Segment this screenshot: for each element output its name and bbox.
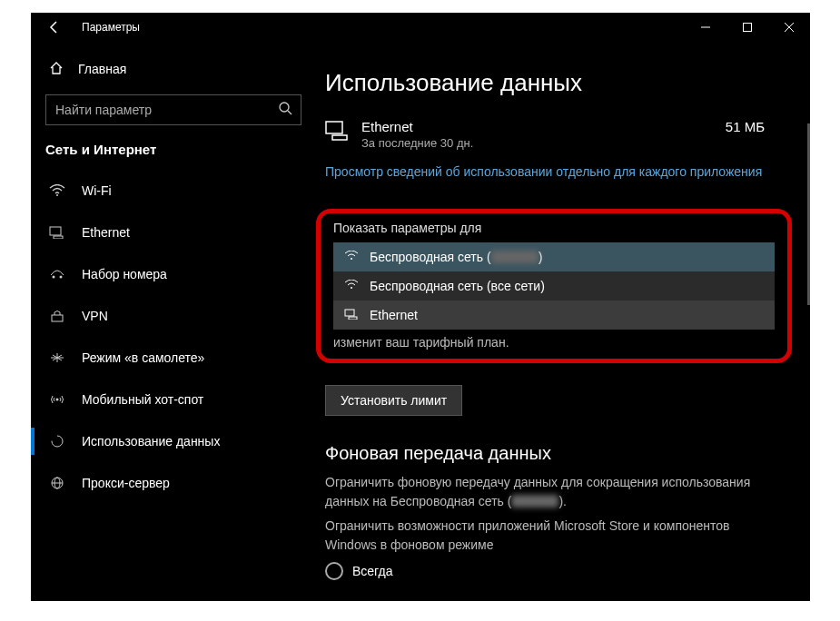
svg-point-20: [351, 287, 352, 289]
dropdown-option-ethernet[interactable]: Ethernet: [333, 301, 775, 330]
scrollbar[interactable]: [807, 123, 810, 305]
dropdown-option-wireless-named[interactable]: Беспроводная сеть (xxxx): [333, 242, 775, 271]
minimize-button[interactable]: [685, 13, 726, 42]
sidebar-item-data-usage[interactable]: Использование данных: [31, 420, 316, 462]
maximize-button[interactable]: [726, 13, 768, 42]
sidebar-item-dialup[interactable]: Набор номера: [31, 253, 316, 295]
network-dropdown[interactable]: Беспроводная сеть (xxxx) Беспроводная се…: [333, 242, 775, 330]
svg-point-19: [351, 258, 352, 260]
usage-summary: Ethernet За последние 30 дн. 51 МБ: [325, 119, 783, 150]
settings-window: Параметры Главная: [31, 13, 810, 601]
dropdown-option-label: Беспроводная сеть (xxxx): [370, 250, 542, 264]
usage-name: Ethernet: [361, 119, 473, 134]
home-icon: [49, 61, 64, 78]
ethernet-icon: [325, 121, 349, 144]
background-desc-1: Ограничить фоновую передачу данных для с…: [325, 473, 783, 511]
svg-point-10: [60, 276, 63, 279]
svg-point-12: [56, 399, 59, 401]
search-icon: [278, 101, 292, 119]
radio-always[interactable]: Всегда: [325, 562, 783, 580]
globe-icon: [49, 477, 65, 489]
search-wrap: [45, 94, 301, 125]
dropdown-under-text: изменит ваш тарифный план.: [333, 335, 775, 350]
svg-rect-1: [744, 24, 752, 32]
sidebar-item-label: Прокси-сервер: [82, 476, 170, 490]
titlebar: Параметры: [31, 13, 810, 42]
airplane-icon: [49, 351, 65, 364]
svg-line-5: [288, 111, 292, 114]
usage-text: Ethernet За последние 30 дн.: [361, 119, 473, 150]
wifi-icon: [344, 250, 359, 264]
sidebar: Главная Сеть и Интернет Wi-Fi Ethernet Н…: [31, 42, 316, 601]
svg-rect-17: [326, 122, 342, 133]
sidebar-item-proxy[interactable]: Прокси-сервер: [31, 462, 316, 504]
arrow-left-icon: [47, 20, 62, 34]
set-limit-button[interactable]: Установить лимит: [325, 385, 462, 416]
window-controls: [685, 13, 810, 42]
radio-label: Всегда: [352, 564, 393, 578]
dropdown-option-label: Беспроводная сеть (все сети): [370, 279, 545, 293]
close-button[interactable]: [768, 13, 810, 42]
svg-rect-7: [50, 227, 61, 235]
sidebar-item-label: Ethernet: [82, 225, 130, 240]
sidebar-item-label: Использование данных: [82, 434, 220, 448]
vpn-icon: [49, 310, 65, 322]
window-title: Параметры: [82, 21, 685, 34]
sidebar-item-label: Мобильный хот-спот: [82, 392, 203, 407]
sidebar-item-ethernet[interactable]: Ethernet: [31, 212, 316, 253]
data-usage-icon: [49, 435, 65, 448]
content-pane: Использование данных Ethernet За последн…: [316, 42, 810, 601]
svg-rect-11: [52, 315, 63, 321]
sidebar-home[interactable]: Главная: [31, 51, 316, 87]
svg-point-13: [52, 436, 63, 447]
maximize-icon: [743, 23, 752, 32]
view-per-app-link[interactable]: Просмотр сведений об использовании отдел…: [325, 163, 762, 182]
svg-rect-22: [349, 317, 357, 320]
wifi-icon: [344, 279, 359, 293]
close-icon: [785, 23, 794, 32]
minimize-icon: [701, 23, 710, 32]
ethernet-icon: [344, 308, 359, 322]
sidebar-item-airplane[interactable]: Режим «в самолете»: [31, 337, 316, 379]
dropdown-highlight: Показать параметры для Беспроводная сеть…: [316, 209, 792, 363]
dropdown-label: Показать параметры для: [333, 221, 775, 235]
sidebar-item-label: Набор номера: [82, 267, 167, 281]
sidebar-section-title: Сеть и Интернет: [31, 138, 316, 170]
sidebar-item-label: Режим «в самолете»: [82, 350, 204, 365]
sidebar-item-label: Wi-Fi: [82, 183, 112, 198]
svg-rect-8: [54, 236, 63, 239]
background-heading: Фоновая передача данных: [325, 443, 783, 464]
sidebar-home-label: Главная: [78, 62, 126, 76]
dialup-icon: [49, 268, 65, 281]
background-desc-2: Ограничить возможности приложений Micros…: [325, 517, 783, 555]
sidebar-item-vpn[interactable]: VPN: [31, 295, 316, 337]
svg-rect-18: [332, 135, 347, 140]
dropdown-option-wireless-all[interactable]: Беспроводная сеть (все сети): [333, 271, 775, 301]
back-button[interactable]: [40, 13, 69, 42]
usage-period: За последние 30 дн.: [361, 136, 473, 150]
usage-value: 51 МБ: [726, 119, 783, 134]
svg-point-4: [280, 103, 289, 112]
wifi-icon: [49, 184, 65, 197]
search-input[interactable]: [45, 94, 301, 125]
hotspot-icon: [49, 393, 65, 406]
sidebar-item-label: VPN: [82, 309, 108, 323]
svg-point-9: [53, 276, 55, 279]
svg-point-6: [56, 194, 58, 196]
svg-rect-21: [345, 310, 354, 316]
sidebar-item-hotspot[interactable]: Мобильный хот-спот: [31, 379, 316, 420]
ethernet-icon: [49, 226, 65, 239]
window-body: Главная Сеть и Интернет Wi-Fi Ethernet Н…: [31, 42, 810, 601]
page-heading: Использование данных: [325, 69, 783, 97]
radio-icon: [325, 562, 343, 580]
sidebar-item-wifi[interactable]: Wi-Fi: [31, 170, 316, 212]
dropdown-option-label: Ethernet: [370, 308, 418, 322]
